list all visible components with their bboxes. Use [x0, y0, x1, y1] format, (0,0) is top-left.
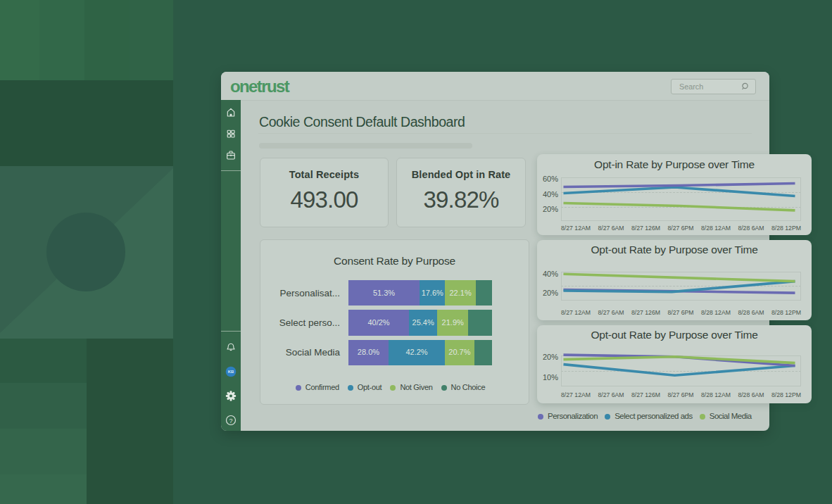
svg-text:KB: KB: [228, 370, 234, 374]
svg-text:?: ?: [229, 417, 232, 424]
